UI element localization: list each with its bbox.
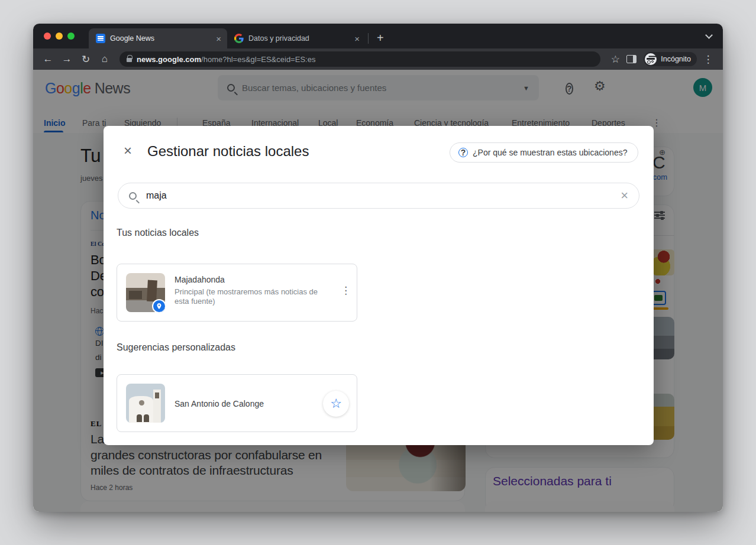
address-bar[interactable]: news.google.com/home?hl=es&gl=ES&ceid=ES…: [119, 51, 600, 67]
clear-search-icon[interactable]: ×: [621, 189, 628, 202]
back-button[interactable]: ←: [40, 53, 56, 65]
google-news-favicon: [96, 34, 105, 43]
forward-button[interactable]: →: [59, 53, 75, 65]
close-icon[interactable]: ×: [124, 144, 132, 158]
incognito-badge: Incógnito: [644, 52, 697, 66]
bookmark-star-icon[interactable]: ☆: [608, 53, 623, 66]
suggested-location-card[interactable]: San Antonio de Calonge ☆: [117, 374, 357, 432]
follow-location-button[interactable]: ☆: [323, 391, 349, 417]
page-content: GoogleNews Buscar temas, ubicaciones y f…: [33, 70, 723, 512]
url-path: /home?hl=es&gl=ES&ceid=ES:es: [201, 55, 315, 64]
tab-datos-privacidad[interactable]: Datos y privacidad ×: [227, 28, 366, 48]
manage-local-news-dialog: × Gestionar noticias locales ? ¿Por qué …: [104, 126, 654, 445]
zoom-window-button[interactable]: [67, 33, 75, 40]
google-g-favicon: [234, 34, 244, 43]
why-locations-button[interactable]: ? ¿Por qué se muestran estas ubicaciones…: [450, 142, 638, 163]
tab-strip: Google News × Datos y privacidad × +: [33, 24, 723, 48]
dialog-title: Gestionar noticias locales: [147, 143, 309, 160]
star-icon: ☆: [330, 397, 342, 410]
tab-google-news[interactable]: Google News ×: [89, 28, 227, 48]
tab-separator: [368, 33, 369, 44]
close-tab-icon[interactable]: ×: [354, 34, 360, 43]
location-description: Principal (te mostraremos más noticias d…: [175, 287, 328, 306]
local-location-card[interactable]: Majadahonda Principal (te mostraremos má…: [117, 264, 357, 322]
location-search-input[interactable]: [146, 190, 611, 201]
tab-title: Google News: [110, 34, 211, 43]
location-thumbnail: [126, 384, 165, 423]
browser-window: Google News × Datos y privacidad × + ← →…: [33, 24, 723, 512]
window-controls: [44, 33, 75, 40]
location-name: San Antonio de Calonge: [175, 399, 264, 408]
incognito-icon: [645, 53, 657, 65]
browser-toolbar: ← → ↻ ⌂ news.google.com/home?hl=es&gl=ES…: [33, 48, 723, 70]
local-news-section-header: Tus noticias locales: [117, 228, 199, 238]
help-question-icon: ?: [458, 148, 468, 157]
close-window-button[interactable]: [44, 33, 51, 40]
new-tab-button[interactable]: +: [377, 31, 384, 45]
location-thumbnail: [126, 273, 165, 312]
reload-button[interactable]: ↻: [78, 53, 93, 66]
browser-menu-kebab-icon[interactable]: ⋮: [700, 53, 716, 66]
location-options-kebab-icon[interactable]: ⋮: [341, 284, 351, 297]
url-text: news.google.com/home?hl=es&gl=ES&ceid=ES…: [137, 55, 315, 64]
chevron-down-icon[interactable]: [706, 32, 712, 38]
suggestions-section-header: Sugerencias personalizadas: [117, 342, 235, 353]
url-host: news.google.com: [137, 55, 201, 64]
home-button[interactable]: ⌂: [97, 53, 112, 65]
lock-icon[interactable]: [127, 58, 132, 62]
location-pin-icon: [152, 299, 165, 312]
incognito-label: Incógnito: [661, 55, 691, 63]
why-locations-label: ¿Por qué se muestran estas ubicaciones?: [473, 148, 627, 157]
location-search-field[interactable]: ×: [118, 183, 639, 209]
side-panel-icon[interactable]: [626, 55, 637, 63]
minimize-window-button[interactable]: [56, 33, 63, 40]
tab-title: Datos y privacidad: [248, 34, 350, 43]
close-tab-icon[interactable]: ×: [216, 34, 221, 43]
location-name: Majadahonda: [175, 275, 225, 284]
search-icon: [129, 192, 137, 200]
